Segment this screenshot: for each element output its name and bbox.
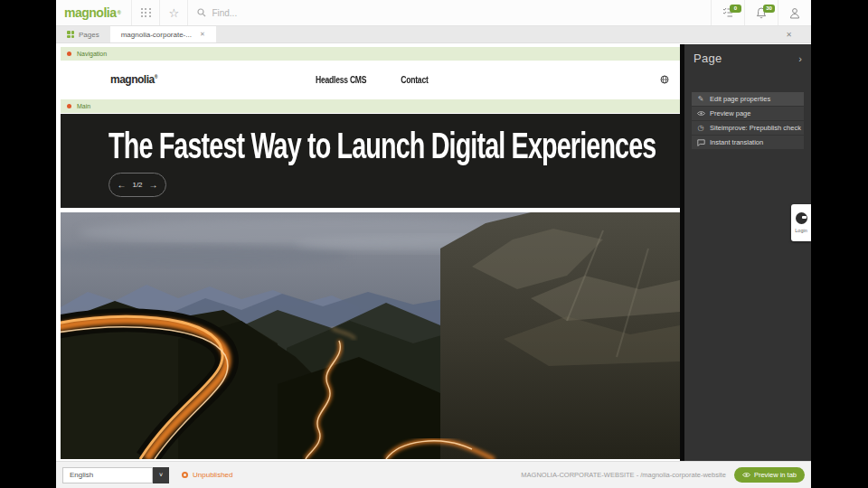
sidebar-title: Page bbox=[693, 52, 722, 65]
user-profile-button[interactable] bbox=[778, 0, 811, 25]
close-subapp-icon[interactable]: ✕ bbox=[786, 26, 792, 42]
language-dropdown-button[interactable]: ˅ bbox=[153, 467, 169, 483]
tab-close-icon[interactable]: ✕ bbox=[200, 31, 205, 38]
sidebar-header: Page › bbox=[684, 44, 811, 65]
top-bar: magnolia® ☆ bbox=[56, 0, 811, 26]
magnolia-logo: magnolia® bbox=[56, 0, 131, 25]
collapse-chevron-icon[interactable]: › bbox=[798, 53, 802, 64]
area-status-dot bbox=[67, 52, 71, 56]
preview-in-tab-label: Preview in tab bbox=[754, 471, 797, 479]
search-icon bbox=[197, 8, 206, 17]
search-input[interactable] bbox=[212, 8, 483, 18]
magnolia-logo-text: magnolia bbox=[64, 5, 116, 20]
unpublished-status-icon bbox=[182, 472, 188, 478]
chevron-down-icon: ˅ bbox=[159, 472, 163, 478]
nav-link-contact[interactable]: Contact bbox=[401, 74, 428, 85]
carousel-prev-icon[interactable]: ← bbox=[117, 180, 126, 190]
top-bar-right: 0 30 bbox=[711, 0, 811, 25]
siteimprove-login-widget[interactable]: Login bbox=[791, 204, 811, 241]
action-label: Siteimprove: Prepublish check bbox=[710, 124, 801, 132]
notifications-badge: 30 bbox=[763, 5, 775, 13]
tab-magnolia-corporate[interactable]: magnolia-corporate-... ✕ bbox=[110, 26, 216, 42]
apps-grid-icon bbox=[141, 8, 151, 18]
publication-status-label: Unpublished bbox=[193, 471, 232, 479]
action-instant-translation[interactable]: Instant translation bbox=[692, 136, 804, 149]
area-bar-navigation[interactable]: Navigation bbox=[61, 47, 680, 61]
app-tab-bar: Pages magnolia-corporate-... ✕ ✕ bbox=[56, 26, 811, 43]
magnolia-app-window: magnolia® ☆ bbox=[56, 0, 811, 488]
language-select[interactable]: English bbox=[62, 467, 153, 483]
tab-pages-label: Pages bbox=[79, 31, 99, 39]
translation-bubble-icon bbox=[692, 139, 710, 146]
action-preview-page[interactable]: Preview page bbox=[692, 107, 804, 120]
page-path: MAGNOLIA-CORPORATE-WEBSITE - /magnolia-c… bbox=[521, 471, 726, 479]
page-action-sidebar: Page › ✎ Edit page properties Preview pa… bbox=[684, 44, 811, 461]
user-icon bbox=[789, 7, 800, 19]
favorites-button[interactable]: ☆ bbox=[160, 0, 187, 25]
area-status-dot bbox=[67, 104, 71, 108]
tab-pages[interactable]: Pages bbox=[56, 26, 110, 42]
star-icon: ☆ bbox=[169, 7, 180, 19]
hero-title: The Fastest Way to Launch Digital Experi… bbox=[108, 125, 656, 167]
pages-app-icon bbox=[67, 31, 74, 38]
action-siteimprove-prepublish-check[interactable]: ◷ Siteimprove: Prepublish check bbox=[692, 121, 804, 135]
app-launcher-button[interactable] bbox=[132, 0, 159, 25]
clock-icon: ◷ bbox=[692, 124, 710, 132]
content-row: Navigation magnolia® Headless CMS Contac… bbox=[56, 44, 811, 461]
preview-in-tab-button[interactable]: Preview in tab bbox=[734, 467, 805, 483]
tasks-badge: 0 bbox=[730, 5, 741, 13]
page-editor: Navigation magnolia® Headless CMS Contac… bbox=[56, 44, 680, 461]
area-navigation-label: Navigation bbox=[77, 51, 107, 57]
language-globe-icon[interactable] bbox=[660, 75, 669, 84]
global-search bbox=[188, 0, 711, 25]
carousel-next-icon[interactable]: → bbox=[149, 180, 158, 190]
carousel-controls: ← 1/2 → bbox=[108, 173, 166, 197]
carousel-position: 1/2 bbox=[132, 181, 142, 189]
siteimprove-logo-icon bbox=[796, 212, 807, 224]
siteimprove-login-label: Login bbox=[795, 228, 807, 233]
action-edit-page-properties[interactable]: ✎ Edit page properties bbox=[692, 92, 804, 106]
preview-eye-icon bbox=[692, 110, 710, 117]
logo-trademark: ® bbox=[117, 10, 120, 15]
screen: magnolia® ☆ bbox=[0, 0, 868, 488]
area-bar-main[interactable]: Main bbox=[61, 99, 680, 113]
hero-banner: The Fastest Way to Launch Digital Experi… bbox=[61, 114, 680, 208]
status-bar: English ˅ Unpublished MAGNOLIA-CORPORATE… bbox=[56, 461, 811, 488]
hero-landscape-image bbox=[61, 212, 680, 459]
site-nav: Headless CMS Contact bbox=[61, 74, 680, 85]
tasks-button[interactable]: 0 bbox=[712, 0, 744, 25]
tab-page-label: magnolia-corporate-... bbox=[121, 31, 192, 39]
notifications-button[interactable]: 30 bbox=[745, 0, 778, 25]
eye-icon bbox=[742, 472, 750, 478]
action-label: Instant translation bbox=[710, 138, 763, 146]
publication-status: Unpublished bbox=[182, 471, 232, 479]
pencil-icon: ✎ bbox=[692, 95, 710, 103]
site-header: magnolia® Headless CMS Contact bbox=[61, 66, 680, 93]
action-label: Preview page bbox=[710, 109, 750, 117]
action-label: Edit page properties bbox=[710, 95, 770, 103]
sidebar-actions: ✎ Edit page properties Preview page ◷ Si… bbox=[692, 92, 804, 150]
nav-link-headless-cms[interactable]: Headless CMS bbox=[316, 74, 366, 85]
area-main-label: Main bbox=[77, 103, 90, 109]
